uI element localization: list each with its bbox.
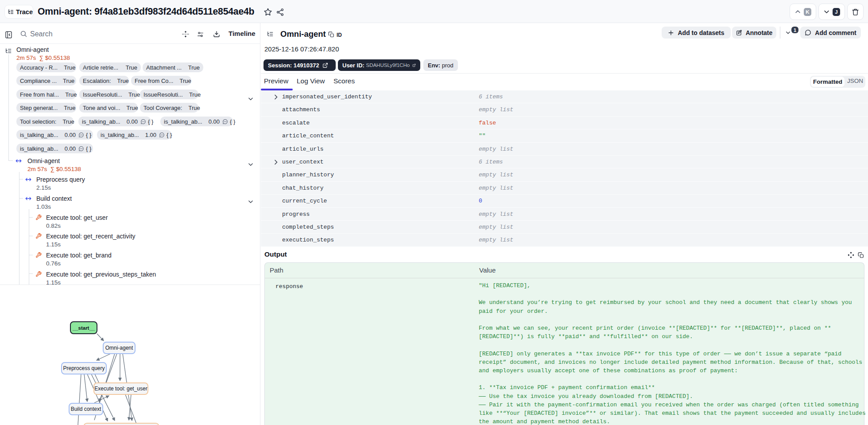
svg-text:Preprocess query: Preprocess query bbox=[63, 365, 105, 371]
svg-text:__start__: __start__ bbox=[72, 325, 95, 331]
svg-text:Build context: Build context bbox=[71, 406, 101, 412]
svg-text:Execute tool: get_user: Execute tool: get_user bbox=[94, 386, 147, 392]
svg-text:Omni-agent: Omni-agent bbox=[105, 345, 133, 351]
